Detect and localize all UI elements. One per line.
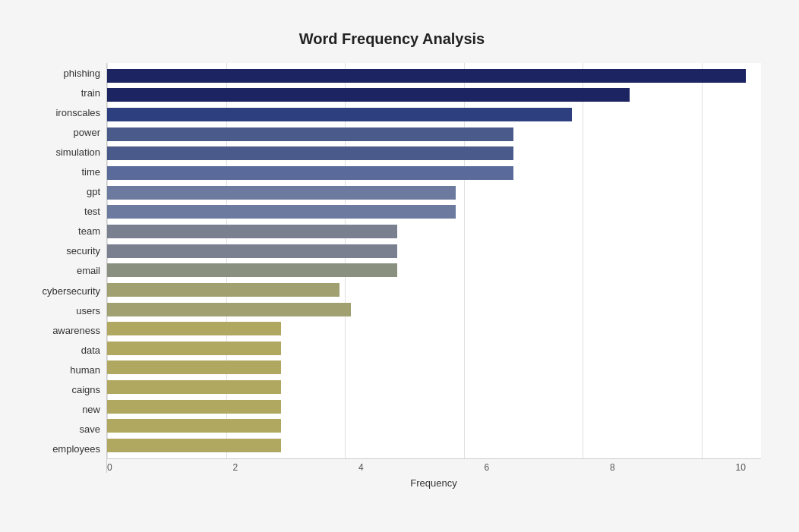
bar: [107, 380, 281, 394]
y-label: team: [78, 226, 100, 236]
y-label: data: [81, 345, 100, 355]
y-label: simulation: [55, 147, 100, 157]
y-label: ironscales: [55, 108, 100, 118]
bar-row: [107, 87, 746, 103]
bar-row: [107, 301, 746, 318]
x-tick: 8: [610, 462, 615, 473]
bar: [107, 186, 456, 200]
bar-row: [107, 262, 746, 279]
chart-area: phishingtrainironscalespowersimulationti…: [23, 63, 761, 489]
bar-row: [107, 437, 746, 454]
y-label: awareness: [52, 326, 100, 335]
bar-row: [107, 417, 746, 434]
bar: [107, 419, 281, 433]
bar-row: [107, 359, 746, 376]
y-labels: phishingtrainironscalespowersimulationti…: [23, 63, 106, 459]
bar-row: [107, 243, 746, 260]
bar: [107, 360, 281, 374]
bar: [107, 146, 513, 160]
bar-row: [107, 126, 746, 143]
y-label: security: [66, 246, 100, 256]
x-ticks: 0246810: [106, 459, 761, 473]
bar: [107, 342, 281, 355]
y-label: save: [80, 424, 100, 434]
y-label: phishing: [64, 68, 100, 78]
y-label: power: [74, 127, 100, 137]
x-tick: 10: [736, 462, 746, 473]
bar: [107, 225, 397, 238]
chart-title: Word Frequency Analysis: [23, 30, 761, 48]
bar: [107, 283, 339, 297]
bar: [107, 127, 513, 141]
y-label: test: [84, 206, 100, 216]
bar-row: [107, 320, 746, 337]
bar-row: [107, 145, 746, 162]
bars-plot: [106, 63, 761, 459]
y-label: time: [81, 167, 100, 177]
bar-row: [107, 203, 746, 220]
x-tick: 2: [233, 462, 238, 473]
x-axis-label: Frequency: [106, 477, 761, 489]
bar-row: [107, 106, 746, 123]
bar-row: [107, 68, 746, 84]
bar: [107, 263, 397, 277]
bar-row: [107, 340, 746, 357]
y-label: caigns: [71, 385, 100, 395]
bar: [107, 244, 397, 258]
x-tick: 6: [485, 462, 490, 473]
bar: [107, 205, 456, 219]
x-tick: 0: [107, 462, 112, 473]
bar: [107, 166, 513, 180]
x-axis-section: 0246810 Frequency: [106, 459, 761, 489]
bar-row: [107, 282, 746, 298]
bar-row: [107, 398, 746, 415]
y-label: gpt: [87, 187, 100, 197]
bar-row: [107, 379, 746, 395]
bars-section: phishingtrainironscalespowersimulationti…: [23, 63, 761, 459]
y-label: new: [82, 405, 100, 414]
y-label: train: [81, 88, 100, 98]
bar: [107, 400, 281, 414]
bar: [107, 322, 281, 335]
bar-row: [107, 223, 746, 240]
chart-container: Word Frequency Analysis phishingtrainiro…: [15, 15, 784, 532]
bar-row: [107, 184, 746, 201]
bar: [107, 88, 630, 102]
x-tick: 4: [358, 462, 364, 473]
bar: [107, 439, 281, 452]
y-label: cybersecurity: [42, 286, 100, 296]
bar: [107, 108, 572, 121]
bar: [107, 69, 746, 83]
y-label: email: [77, 266, 100, 275]
y-label: users: [76, 306, 100, 316]
y-label: human: [70, 365, 100, 375]
bar: [107, 303, 351, 316]
y-label: employees: [52, 444, 100, 454]
bar-row: [107, 165, 746, 181]
